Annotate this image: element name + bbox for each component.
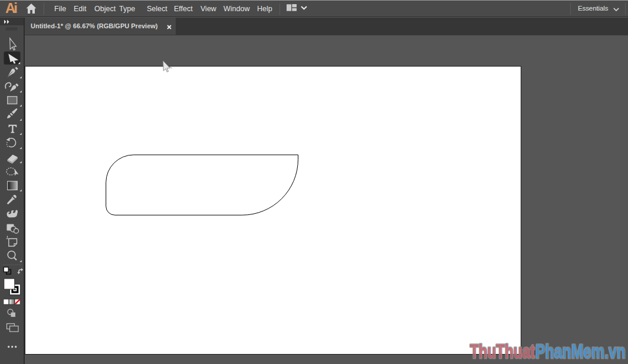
svg-text:ThuThuat: ThuThuat	[470, 340, 535, 362]
svg-text:PhanMem.vn: PhanMem.vn	[535, 340, 626, 362]
